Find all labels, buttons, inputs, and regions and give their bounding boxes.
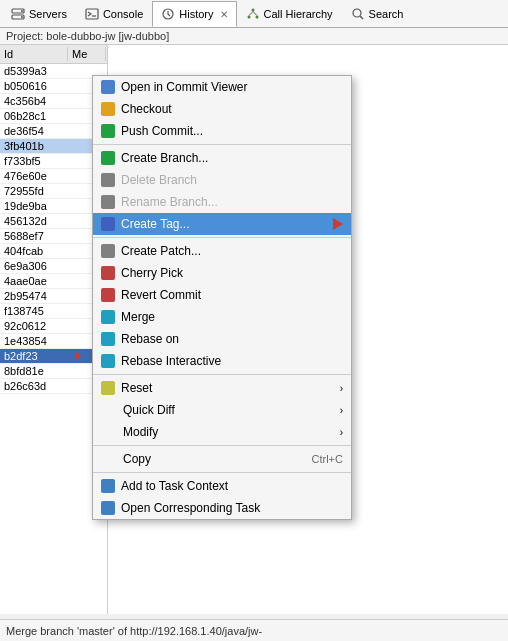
tab-history[interactable]: History ✕ <box>152 1 236 27</box>
commit-row[interactable]: 476e60e <box>0 169 107 184</box>
menu-item-copy[interactable]: CopyCtrl+C <box>93 448 351 470</box>
submenu-arrow-icon: › <box>340 383 343 394</box>
commit-row[interactable]: 72955fd <box>0 184 107 199</box>
commit-row[interactable]: 19de9ba <box>0 199 107 214</box>
commit-row[interactable]: 8bfd81e <box>0 364 107 379</box>
commit-row[interactable]: 4aae0ae <box>0 274 107 289</box>
menu-item-revert-commit[interactable]: Revert Commit <box>93 284 351 306</box>
commit-row[interactable]: 4c356b4 <box>0 94 107 109</box>
tab-search[interactable]: Search <box>342 1 413 27</box>
commit-row[interactable]: 1e43854 <box>0 334 107 349</box>
push-icon <box>101 124 115 138</box>
tab-history-close[interactable]: ✕ <box>220 9 228 20</box>
commit-id: 06b28c1 <box>0 110 68 122</box>
menu-separator <box>93 237 351 238</box>
commit-row[interactable]: f138745 <box>0 304 107 319</box>
menu-item-create-tag[interactable]: Create Tag... <box>93 213 351 235</box>
no-icon <box>101 424 117 440</box>
menu-item-add-task-context[interactable]: Add to Task Context <box>93 475 351 497</box>
menu-item-create-patch[interactable]: Create Patch... <box>93 240 351 262</box>
commit-row[interactable]: 06b28c1 <box>0 109 107 124</box>
tab-console-label: Console <box>103 8 143 20</box>
branch-icon <box>101 151 115 165</box>
menu-item-modify[interactable]: Modify› <box>93 421 351 443</box>
status-bar: Merge branch 'master' of http://192.168.… <box>0 619 508 641</box>
submenu-arrow-icon: › <box>340 427 343 438</box>
menu-item-rebase-on[interactable]: Rebase on <box>93 328 351 350</box>
menu-separator <box>93 374 351 375</box>
menu-item-quick-diff[interactable]: Quick Diff› <box>93 399 351 421</box>
menu-item-open-commit-viewer[interactable]: Open in Commit Viewer <box>93 76 351 98</box>
merge-icon <box>101 310 115 324</box>
menu-item-label: Revert Commit <box>121 288 343 302</box>
open-task-icon <box>101 501 115 515</box>
menu-item-rename-branch: Rename Branch... <box>93 191 351 213</box>
commit-me <box>68 351 88 361</box>
project-bar: Project: bole-dubbo-jw [jw-dubbo] <box>0 28 508 45</box>
commit-id: f138745 <box>0 305 68 317</box>
commit-row[interactable]: 5688ef7 <box>0 229 107 244</box>
tab-servers[interactable]: Servers <box>2 1 76 27</box>
tab-callhierarchy[interactable]: Call Hierarchy <box>237 1 342 27</box>
commit-row[interactable]: 6e9a306 <box>0 259 107 274</box>
menu-separator <box>93 472 351 473</box>
commit-row[interactable]: 92c0612 <box>0 319 107 334</box>
menu-item-reset[interactable]: Reset› <box>93 377 351 399</box>
commit-id: 476e60e <box>0 170 68 182</box>
svg-line-11 <box>253 11 257 15</box>
svg-point-7 <box>251 8 254 11</box>
menu-item-label: Quick Diff <box>123 403 334 417</box>
svg-point-3 <box>21 16 23 18</box>
commit-id: 456132d <box>0 215 68 227</box>
commit-row[interactable]: 3fb401b <box>0 139 107 154</box>
commit-id: f733bf5 <box>0 155 68 167</box>
menu-item-push-commit[interactable]: Push Commit... <box>93 120 351 142</box>
menu-item-create-branch[interactable]: Create Branch... <box>93 147 351 169</box>
commit-row[interactable]: b26c63d <box>0 379 107 394</box>
commit-rows-container: d5399a3b0506164c356b406b28c1de36f543fb40… <box>0 64 107 394</box>
commit-row[interactable]: 2b95474 <box>0 289 107 304</box>
no-icon <box>101 402 117 418</box>
menu-item-merge[interactable]: Merge <box>93 306 351 328</box>
menu-item-label: Delete Branch <box>121 173 343 187</box>
commit-row[interactable]: d5399a3 <box>0 64 107 79</box>
menu-item-label: Modify <box>123 425 334 439</box>
menu-item-checkout[interactable]: Checkout <box>93 98 351 120</box>
commit-id: 2b95474 <box>0 290 68 302</box>
commit-id: b050616 <box>0 80 68 92</box>
commit-id: d5399a3 <box>0 65 68 77</box>
submenu-arrow-icon: › <box>340 405 343 416</box>
history-icon <box>161 7 175 21</box>
commit-viewer-icon <box>101 80 115 94</box>
tag-icon <box>101 217 115 231</box>
menu-item-label: Create Branch... <box>121 151 343 165</box>
menu-item-label: Push Commit... <box>121 124 343 138</box>
svg-point-12 <box>353 9 361 17</box>
commit-row[interactable]: 456132d <box>0 214 107 229</box>
cherry-icon <box>101 266 115 280</box>
main-content: Id Me d5399a3b0506164c356b406b28c1de36f5… <box>0 45 508 614</box>
commit-row[interactable]: f733bf5 <box>0 154 107 169</box>
delete-branch-icon <box>101 173 115 187</box>
commit-row[interactable]: 404fcab <box>0 244 107 259</box>
rename-branch-icon <box>101 195 115 209</box>
svg-point-9 <box>255 15 258 18</box>
console-icon <box>85 7 99 21</box>
tab-console[interactable]: Console <box>76 1 152 27</box>
hierarchy-icon <box>246 7 260 21</box>
menu-item-open-corresponding-task[interactable]: Open Corresponding Task <box>93 497 351 519</box>
commit-id: 19de9ba <box>0 200 68 212</box>
commit-row[interactable]: b050616 <box>0 79 107 94</box>
checkout-icon <box>101 102 115 116</box>
commit-row[interactable]: de36f54 <box>0 124 107 139</box>
servers-icon <box>11 7 25 21</box>
menu-item-label: Add to Task Context <box>121 479 343 493</box>
commit-row[interactable]: b2df23 <box>0 349 107 364</box>
rebase-icon <box>101 332 115 346</box>
tab-bar: Servers Console History ✕ Call Hierarchy… <box>0 0 508 28</box>
menu-item-rebase-interactive[interactable]: Rebase Interactive <box>93 350 351 372</box>
menu-separator <box>93 144 351 145</box>
commit-id: 1e43854 <box>0 335 68 347</box>
menu-item-cherry-pick[interactable]: Cherry Pick <box>93 262 351 284</box>
revert-icon <box>101 288 115 302</box>
